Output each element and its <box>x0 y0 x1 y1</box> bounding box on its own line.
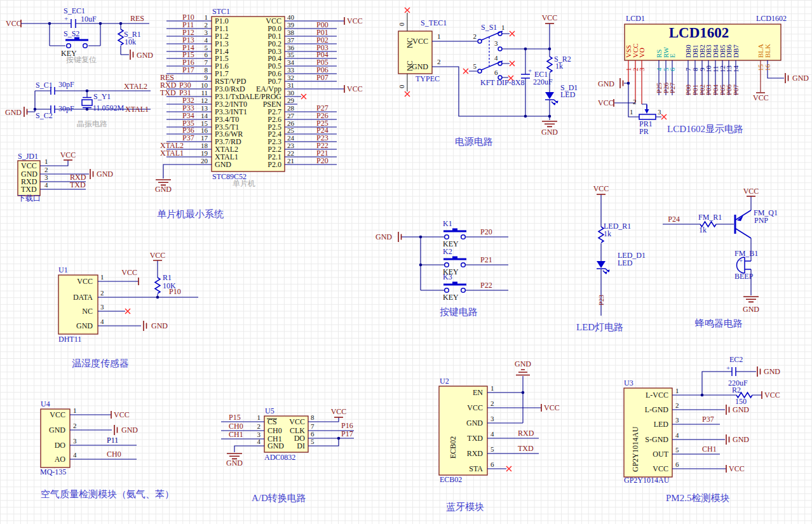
value: 30pF <box>58 80 74 89</box>
ground-label: GND <box>792 74 809 83</box>
pin-number: 2 <box>73 422 77 429</box>
no-connect-x <box>125 309 130 314</box>
value: LED <box>560 90 576 99</box>
pin-name: CH0 <box>267 426 282 435</box>
crystal-symbol[interactable] <box>82 98 92 108</box>
pin-number: 1 <box>491 384 494 392</box>
value: 1k <box>555 62 563 71</box>
pin-name: S-GND <box>645 435 668 444</box>
reset-resistor[interactable] <box>118 29 123 45</box>
comment: 单片机 <box>233 179 255 188</box>
pin-name: VCC <box>412 37 428 46</box>
key-button-3[interactable] <box>443 282 466 293</box>
led-resistor[interactable] <box>599 227 604 243</box>
pin-number: 40 <box>287 13 295 21</box>
power-led[interactable] <box>545 92 558 105</box>
pin-number: 4 <box>257 438 261 445</box>
adc-module[interactable]: U5 CS CH0 CH1 GND VCC CLK DO DI 1 2 3 4 … <box>221 406 354 503</box>
bluetooth-module[interactable]: U2 ECB02 EN VCC GND TXD RXD STA 1 2 3 4 … <box>439 359 560 512</box>
pin-number: 25 <box>287 126 295 134</box>
no-connect-x <box>510 61 515 66</box>
comment: 按键复位 <box>66 55 97 64</box>
key-button-2[interactable] <box>443 257 466 267</box>
pin-number: 1 <box>630 108 633 116</box>
dht11-module[interactable]: U1 VCC DATA NC GND 1 2 3 4 VCC VCC R1 10… <box>58 251 198 368</box>
ground-label: GND <box>541 128 558 137</box>
pin-number: 29 <box>287 97 295 104</box>
pin-number: 4 <box>44 181 48 189</box>
module-label: 下载口 <box>18 194 41 203</box>
pullup-resistor[interactable] <box>155 278 160 293</box>
net-label: P17 <box>341 429 353 438</box>
download-port[interactable]: S_JD1 VCC GND RXD TXD 1 2 3 4 VCC GND RX… <box>18 151 113 203</box>
designator: S_C1 <box>36 81 53 90</box>
designator: K2 <box>443 247 452 256</box>
pin-number: 3 <box>205 29 208 36</box>
ground-symbol <box>516 370 530 375</box>
component-body[interactable] <box>439 386 487 475</box>
power-label: VCC <box>150 251 166 260</box>
mcu-module[interactable]: STC1 GND P1.0 P1.1 P1.2 P1.3 P1.4 P1.5 P… <box>155 7 363 219</box>
key-button-1[interactable] <box>443 229 466 239</box>
pin-number: 2 <box>473 32 477 40</box>
led-circuit[interactable]: VCC LED_R1 1k LED_D1 LED P23 LED灯电路 <box>576 184 646 332</box>
buzzer-circuit[interactable]: P24 FM_R1 1k FM_Q1 PNP + FM_B1 BEEP VCC … <box>663 187 778 328</box>
value: PNP <box>754 216 768 225</box>
lcd-module[interactable]: LCD1 LCD1602 LCD1602 VSS VCC VO RS RW E … <box>598 14 809 136</box>
net-label: P22 <box>480 281 492 290</box>
power-label: VCC <box>598 98 614 107</box>
pin-number: 4 <box>675 431 679 439</box>
schematic-drawing: VCC + S_EC1 10uF S_S2 KEY 按键复位 RES S_R1 … <box>0 0 812 524</box>
designator: FM_R1 <box>698 213 722 222</box>
reset-pushbutton[interactable] <box>65 37 88 48</box>
key-circuit[interactable]: GND K1 KEY P20 K2 KEY P21 K3 KEY P22 按键电… <box>376 219 508 317</box>
section-title: 蜂鸣器电路 <box>695 318 743 328</box>
pin-number: 5 <box>473 62 477 70</box>
pm25-module[interactable]: U3 GP2Y1014AU L-VCC L-GND LED S-GND OUT … <box>624 355 780 503</box>
pin-name: L-GND <box>645 405 669 414</box>
pin-name: VCC <box>467 403 483 412</box>
pin-number: 8 <box>311 413 315 421</box>
designator: S_S1 <box>481 23 497 32</box>
net-label: TXD <box>518 444 534 453</box>
pin-number: 33 <box>287 66 295 74</box>
pin-number: 32 <box>287 74 294 81</box>
pin-number: 2 <box>205 21 208 29</box>
pin-number: 3 <box>658 108 661 116</box>
contrast-pot[interactable] <box>639 105 656 119</box>
designator: S_C2 <box>36 111 53 120</box>
ground-label: GND <box>733 435 749 444</box>
ground-symbol <box>620 78 623 88</box>
mq135-module[interactable]: U4 VCC GND DO AO 1 2 3 4 VCC GND P11 CH0… <box>40 400 174 499</box>
bt-wires <box>487 376 541 469</box>
designator: U1 <box>58 265 68 274</box>
ground-label: GND <box>5 108 22 117</box>
pin-number: 6 <box>491 460 494 468</box>
pin-number: 2 <box>44 166 48 173</box>
pin-name: VCC <box>77 277 93 286</box>
power-circuit[interactable]: S_TEC1 NC NC VCC GND 0 0 1 2 TYPEC S_S1 … <box>398 8 578 147</box>
pin-name: RXD <box>467 449 484 458</box>
pnp-transistor[interactable] <box>734 210 752 238</box>
pin-name: GND <box>215 160 231 169</box>
reset-circuit[interactable]: VCC + S_EC1 10uF S_S2 KEY 按键复位 RES S_R1 … <box>6 6 153 64</box>
section-title: 蓝牙模块 <box>446 502 484 512</box>
net-label: P20 <box>316 156 328 165</box>
crystal-circuit[interactable]: GND S_C1 30pF S_C2 30pF S_Y1 11.0592M XT… <box>5 80 151 128</box>
pin-number: 24 <box>287 134 295 142</box>
ground-symbol <box>130 50 133 60</box>
pin-number: 1 <box>437 32 441 40</box>
pin-number: 5 <box>491 445 494 453</box>
net-label: P11 <box>107 436 118 445</box>
value: 150 <box>735 397 747 406</box>
designator: S_JD1 <box>18 152 38 161</box>
net-label: P17 <box>182 65 194 74</box>
part-name: PR <box>639 127 649 136</box>
part-name: MQ-135 <box>40 467 66 476</box>
pin-number: 18 <box>201 142 208 149</box>
designator: S_Y1 <box>93 92 111 101</box>
led-diode[interactable] <box>597 261 610 274</box>
lcd-title: LCD1602 <box>669 25 729 41</box>
pin-number: 23 <box>287 142 295 149</box>
slide-switch[interactable] <box>478 31 503 79</box>
